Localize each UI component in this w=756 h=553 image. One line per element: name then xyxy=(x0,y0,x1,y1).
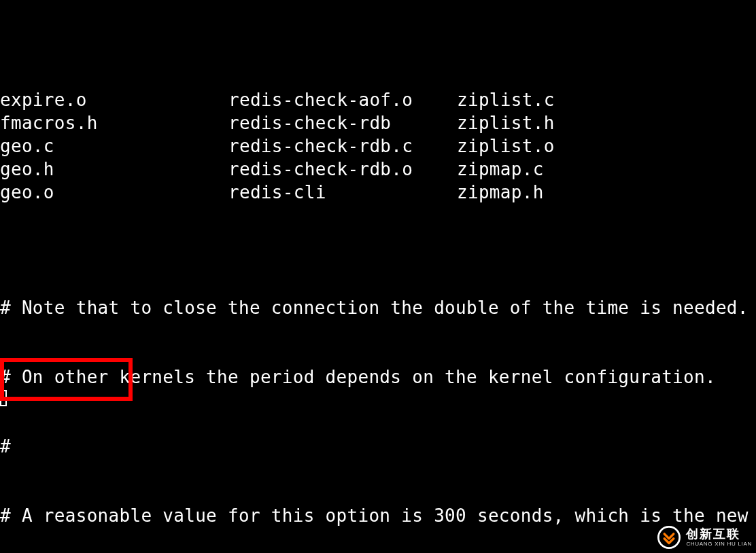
file-entry: ziplist.h xyxy=(457,111,555,135)
file-entry: redis-check-rdb xyxy=(228,111,457,135)
file-entry: expire.o xyxy=(0,88,228,111)
config-line: # A reasonable value for this option is … xyxy=(0,504,756,527)
file-entry: redis-check-rdb.c xyxy=(228,135,457,158)
file-entry: fmacros.h xyxy=(0,111,228,135)
terminal-content: expire.ofmacros.hgeo.cgeo.hgeo.oredis-ch… xyxy=(0,0,756,553)
config-line: # On other kernels the period depends on… xyxy=(0,365,756,389)
file-entry: ziplist.o xyxy=(457,135,555,158)
file-entry: redis-check-aof.o xyxy=(228,88,457,111)
cursor-box xyxy=(0,387,10,410)
watermark-logo-icon xyxy=(657,526,681,549)
config-line: # xyxy=(0,435,756,458)
watermark-text-en: CHUANG XIN HU LIAN xyxy=(686,541,752,547)
file-entry: redis-cli xyxy=(228,181,457,204)
terminal-window[interactable]: expire.ofmacros.hgeo.cgeo.hgeo.oredis-ch… xyxy=(0,0,756,553)
file-entry: geo.o xyxy=(0,181,228,204)
file-entry: ziplist.c xyxy=(457,88,555,111)
file-entry: redis-check-rdb.o xyxy=(228,158,457,181)
watermark: 创新互联 CHUANG XIN HU LIAN xyxy=(657,526,752,549)
watermark-text-cn: 创新互联 xyxy=(686,528,752,540)
file-entry: zipmap.h xyxy=(457,181,555,204)
file-entry: zipmap.c xyxy=(457,158,555,181)
file-entry: geo.h xyxy=(0,158,228,181)
config-line: # Note that to close the connection the … xyxy=(0,296,756,319)
file-entry: geo.c xyxy=(0,135,228,158)
file-listing: expire.ofmacros.hgeo.cgeo.hgeo.oredis-ch… xyxy=(0,88,756,204)
